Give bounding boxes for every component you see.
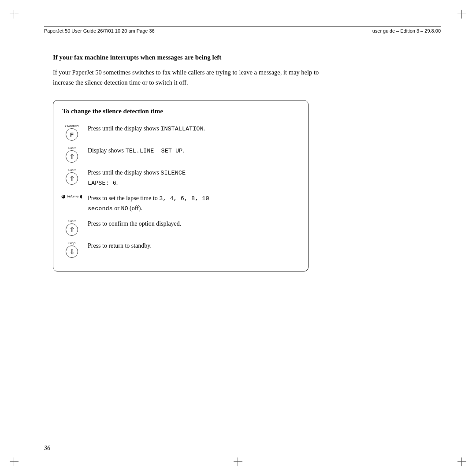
step-6: Stop ⇩ Press to return to standby. bbox=[62, 240, 299, 258]
step-2-icon: Start ⇧ bbox=[62, 145, 82, 163]
step-3-text: Press until the display shows SILENCELAP… bbox=[88, 167, 299, 188]
section-heading: If your fax machine interrupts when mess… bbox=[53, 53, 335, 62]
start-button-icon-1: Start ⇧ bbox=[66, 146, 78, 163]
page-header: PaperJet 50 User Guide 26/7/01 10:20 am … bbox=[44, 26, 441, 35]
stop-button-icon: Stop ⇩ bbox=[66, 241, 78, 258]
main-content: If your fax machine interrupts when mess… bbox=[44, 53, 344, 271]
steps-list: Function F Press until the display shows… bbox=[62, 123, 299, 262]
page-number: 36 bbox=[44, 445, 50, 452]
start-button-icon-3: Start ⇧ bbox=[66, 219, 78, 236]
step-1-icon: Function F bbox=[62, 123, 82, 141]
step-1: Function F Press until the display shows… bbox=[62, 123, 299, 141]
step-6-text: Press to return to standby. bbox=[88, 240, 299, 251]
page: PaperJet 50 User Guide 26/7/01 10:20 am … bbox=[0, 0, 476, 476]
step-5-icon: Start ⇧ bbox=[62, 218, 82, 236]
step-1-text: Press until the display shows INSTALLATI… bbox=[88, 123, 299, 134]
start-button-icon-2: Start ⇧ bbox=[66, 168, 78, 185]
step-4-icon: ◕ Volume ◖ bbox=[62, 193, 82, 199]
step-2-text: Display shows TEL.LINE SET UP. bbox=[88, 145, 299, 156]
volume-button-icon: ◕ Volume ◖ bbox=[61, 193, 83, 199]
step-4: ◕ Volume ◖ Press to set the lapse time t… bbox=[62, 193, 299, 214]
step-6-icon: Stop ⇩ bbox=[62, 240, 82, 258]
step-3: Start ⇧ Press until the display shows SI… bbox=[62, 167, 299, 188]
step-5-text: Press to confirm the option displayed. bbox=[88, 218, 299, 229]
step-4-text: Press to set the lapse time to 3, 4, 6, … bbox=[88, 193, 299, 214]
intro-text: If your PaperJet 50 sometimes switches t… bbox=[53, 67, 335, 88]
function-button-icon: Function F bbox=[65, 124, 79, 141]
instruction-box: To change the silence detection time Fun… bbox=[53, 100, 309, 271]
header-left: PaperJet 50 User Guide 26/7/01 10:20 am … bbox=[44, 28, 155, 33]
header-right: user guide – Edition 3 – 29.8.00 bbox=[372, 28, 441, 33]
box-title: To change the silence detection time bbox=[62, 108, 299, 115]
step-3-icon: Start ⇧ bbox=[62, 167, 82, 185]
step-2: Start ⇧ Display shows TEL.LINE SET UP. bbox=[62, 145, 299, 163]
step-5: Start ⇧ Press to confirm the option disp… bbox=[62, 218, 299, 236]
